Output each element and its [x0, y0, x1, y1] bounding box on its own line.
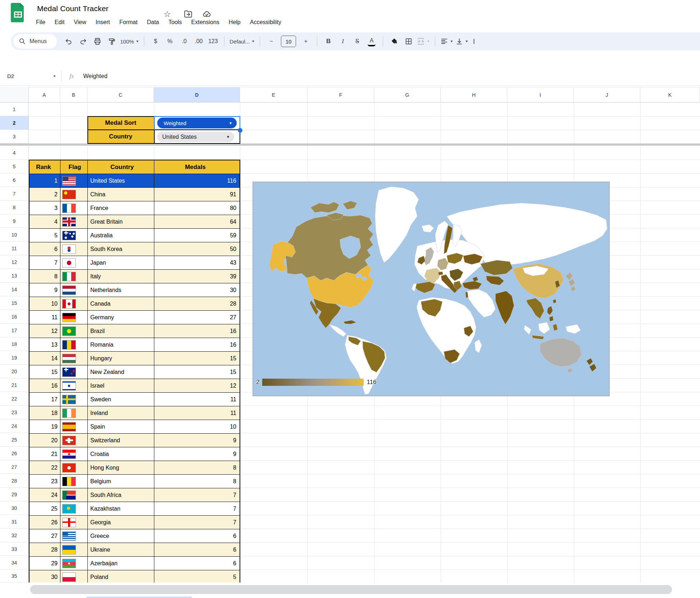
rank-cell[interactable]: 30	[29, 570, 60, 584]
table-row-poland[interactable]: 30Poland5	[29, 570, 240, 584]
row-header-22[interactable]: 22	[0, 392, 29, 406]
table-row-italy[interactable]: 8Italy39	[29, 270, 240, 283]
table-row-great-britain[interactable]: 4Great Britain64	[29, 215, 240, 229]
country-cell[interactable]: Great Britain	[88, 215, 154, 229]
country-cell[interactable]: Romania	[88, 338, 154, 352]
table-row-ukraine[interactable]: 28Ukraine6	[29, 543, 240, 557]
italic-button[interactable]: I	[337, 35, 349, 47]
flag-cell[interactable]	[60, 570, 88, 584]
flag-cell[interactable]	[60, 475, 88, 488]
rank-cell[interactable]: 23	[29, 475, 60, 488]
country-cell[interactable]: Switzerland	[88, 434, 154, 447]
row-header-6[interactable]: 6	[0, 173, 29, 187]
move-to-folder-icon[interactable]	[183, 9, 193, 19]
country-cell[interactable]: Hong Kong	[88, 461, 154, 475]
medals-cell[interactable]: 6	[154, 557, 240, 570]
table-row-spain[interactable]: 19Spain10	[29, 420, 240, 434]
row-header-29[interactable]: 29	[0, 488, 29, 501]
row-header-17[interactable]: 17	[0, 324, 29, 337]
text-color-button[interactable]: A	[368, 36, 376, 46]
table-row-south-korea[interactable]: 6South Korea50	[29, 242, 240, 256]
flag-cell[interactable]	[60, 406, 88, 420]
country-cell[interactable]: Hungary	[88, 352, 154, 365]
flag-cell[interactable]	[60, 447, 88, 461]
country-cell[interactable]: Brazil	[88, 324, 154, 338]
menu-format[interactable]: Format	[119, 19, 138, 26]
row-header-10[interactable]: 10	[0, 228, 29, 242]
row-header-26[interactable]: 26	[0, 447, 29, 460]
medals-cell[interactable]: 39	[154, 270, 240, 283]
country-cell[interactable]: Australia	[88, 229, 154, 242]
row-header-9[interactable]: 9	[0, 214, 29, 228]
table-row-canada[interactable]: 10Canada28	[29, 297, 240, 311]
zoom-select[interactable]: 100%▼	[120, 35, 139, 47]
table-row-israel[interactable]: 16Israel12	[29, 379, 240, 393]
country-cell[interactable]: United States	[88, 174, 154, 188]
medals-cell[interactable]: 91	[154, 188, 240, 201]
row-header-1[interactable]: 1	[0, 102, 29, 116]
medals-cell[interactable]: 116	[154, 174, 240, 188]
rank-cell[interactable]: 17	[29, 393, 60, 406]
medals-cell[interactable]: 5	[154, 570, 240, 584]
rank-cell[interactable]: 2	[29, 188, 60, 201]
table-row-germany[interactable]: 11Germany27	[29, 311, 240, 324]
table-row-greece[interactable]: 27Greece6	[29, 529, 240, 543]
menu-extensions[interactable]: Extensions	[191, 19, 219, 26]
country-cell[interactable]: Netherlands	[88, 283, 154, 297]
horizontal-align-button[interactable]: ▼	[440, 35, 453, 47]
country-dropdown[interactable]: United States ▼	[157, 132, 234, 142]
flag-cell[interactable]	[60, 229, 88, 242]
row-header-32[interactable]: 32	[0, 529, 29, 542]
formula-input[interactable]: Weighted	[83, 73, 107, 79]
country-cell[interactable]: Azerbaijan	[88, 557, 154, 570]
flag-cell[interactable]	[60, 242, 88, 256]
row-header-30[interactable]: 30	[0, 501, 29, 515]
rank-cell[interactable]: 6	[29, 242, 60, 256]
print-button[interactable]	[91, 35, 104, 47]
row-header-16[interactable]: 16	[0, 310, 29, 324]
fill-handle[interactable]	[238, 128, 242, 133]
row-header-3[interactable]: 3	[0, 130, 29, 143]
row-header-5[interactable]: 5	[0, 160, 29, 173]
flag-cell[interactable]	[60, 283, 88, 297]
medals-cell[interactable]: 30	[154, 283, 240, 297]
font-select[interactable]: Defaul...▼	[229, 35, 255, 47]
table-row-brazil[interactable]: 12Brazil16	[29, 324, 240, 338]
grid-corner-box[interactable]	[0, 87, 29, 102]
merge-cells-button[interactable]: ▼	[417, 35, 430, 47]
flag-cell[interactable]	[60, 502, 88, 516]
table-row-romania[interactable]: 13Romania16	[29, 338, 240, 352]
flag-cell[interactable]	[60, 256, 88, 270]
table-row-belgium[interactable]: 23Belgium8	[29, 475, 240, 488]
row-header-8[interactable]: 8	[0, 201, 29, 214]
rank-cell[interactable]: 16	[29, 379, 60, 393]
column-header-F[interactable]: F	[308, 87, 374, 102]
rank-cell[interactable]: 24	[29, 488, 60, 502]
medals-cell[interactable]: 11	[154, 393, 240, 406]
rank-cell[interactable]: 1	[29, 174, 60, 188]
rank-cell[interactable]: 19	[29, 420, 60, 434]
country-cell[interactable]: Canada	[88, 297, 154, 311]
country-cell[interactable]: Georgia	[88, 516, 154, 529]
medals-cell[interactable]: 12	[154, 379, 240, 393]
row-header-14[interactable]: 14	[0, 283, 29, 296]
vertical-align-button[interactable]: ▼	[455, 35, 468, 47]
country-cell[interactable]: New Zealand	[88, 365, 154, 379]
decrease-decimal-button[interactable]: .0	[178, 35, 190, 47]
row-header-21[interactable]: 21	[0, 378, 29, 392]
rank-cell[interactable]: 26	[29, 516, 60, 529]
medals-cell[interactable]: 43	[154, 256, 240, 270]
flag-cell[interactable]	[60, 338, 88, 352]
menu-edit[interactable]: Edit	[55, 19, 65, 26]
medals-cell[interactable]: 28	[154, 297, 240, 311]
table-row-hungary[interactable]: 14Hungary15	[29, 352, 240, 365]
star-icon[interactable]: ☆	[163, 9, 172, 19]
flag-cell[interactable]	[60, 557, 88, 570]
increase-font-size-button[interactable]: +	[300, 35, 312, 47]
row-header-11[interactable]: 11	[0, 242, 29, 255]
menu-data[interactable]: Data	[147, 19, 159, 26]
table-row-new-zealand[interactable]: 15New Zealand15	[29, 365, 240, 379]
table-row-azerbaijan[interactable]: 29Azerbaijan6	[29, 557, 240, 570]
rank-cell[interactable]: 22	[29, 461, 60, 475]
menu-tools[interactable]: Tools	[168, 19, 182, 26]
